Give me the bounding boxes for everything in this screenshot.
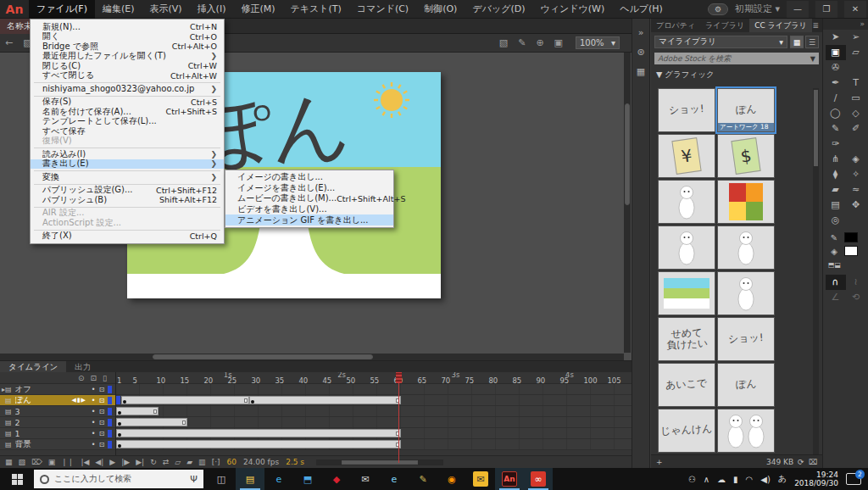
library-item[interactable]: ショッ!	[717, 317, 775, 361]
menu-item[interactable]: 終了(X)Ctrl+Q	[31, 231, 224, 242]
library-item[interactable]	[658, 226, 715, 270]
menu-item[interactable]: ビデオを書き出し(V)...	[225, 204, 393, 215]
add-camera-icon[interactable]: ▣	[48, 458, 56, 466]
play-icon[interactable]: ▶	[109, 458, 115, 466]
layer-lock-icon[interactable]: ⊡	[97, 441, 106, 448]
menu-item[interactable]: パブリッシュ(B)Shift+Alt+F12	[31, 195, 224, 205]
layer-row[interactable]: ▸▤オフ•⊡	[0, 384, 115, 395]
onedrive-icon[interactable]: ☁	[717, 475, 726, 484]
free-transform-tool[interactable]: ▣	[826, 45, 846, 60]
swap-colors-button[interactable]: ⬒⬓	[828, 261, 841, 269]
grid-view-icon[interactable]: ▦	[790, 36, 804, 48]
pen-tool[interactable]: ✒	[826, 75, 846, 91]
layer-row[interactable]: ▤3•⊡	[0, 406, 115, 417]
back-arrow-icon[interactable]: ←	[0, 37, 18, 48]
menubar-item[interactable]: テキスト(T)	[283, 0, 349, 19]
oval-tool[interactable]: ◯	[826, 106, 846, 121]
polystar-tool[interactable]: ◇	[846, 106, 866, 121]
color-panel-icon[interactable]: ⊛	[632, 47, 649, 58]
menu-item[interactable]: nishiyama_shogo0323@yahoo.co.jp❯	[31, 84, 224, 94]
close-button[interactable]: ✕	[844, 1, 866, 18]
minimize-button[interactable]: —	[787, 1, 809, 18]
timeline-ruler[interactable]: 1s2s3s4s15101520253035404550556065707580…	[116, 372, 632, 384]
art-app-icon[interactable]: ✎	[409, 468, 437, 490]
menu-item[interactable]: イメージの書き出し...	[225, 172, 393, 183]
frame-span[interactable]	[116, 429, 401, 437]
bone-tool[interactable]: ⋔	[826, 152, 846, 167]
edit-multiple-frames-icon[interactable]: ▥	[198, 458, 206, 466]
menubar-item[interactable]: 修正(M)	[233, 0, 282, 19]
workspace-switcher[interactable]: 初期設定 ▾	[735, 3, 780, 15]
paint-bucket-tool[interactable]: ◈	[846, 152, 866, 167]
eye-icon[interactable]: ⊙	[78, 374, 85, 382]
layer-lock-icon[interactable]: ⊡	[97, 419, 106, 426]
menu-item[interactable]: 変換❯	[31, 172, 224, 182]
pause-icon[interactable]: ❘❘	[61, 458, 74, 466]
step-back-icon[interactable]: ◀|	[95, 458, 103, 466]
trash-icon[interactable]: ⌧	[809, 458, 817, 466]
yellow-app-icon[interactable]: ✉	[466, 468, 495, 490]
menubar-item[interactable]: 制御(O)	[416, 0, 465, 19]
outline-icon[interactable]: ▯	[103, 374, 107, 382]
library-scrollbar[interactable]	[813, 88, 819, 468]
paint-brush-tool[interactable]: ✐	[846, 121, 866, 136]
text-tool[interactable]: T	[846, 75, 866, 91]
menu-item[interactable]: イメージを書き出し(E)...	[225, 183, 393, 194]
playhead[interactable]	[398, 372, 399, 463]
selection-tool[interactable]: ➤	[826, 30, 846, 45]
microphone-icon[interactable]: Ψ	[190, 474, 198, 485]
clock[interactable]: 19:242018/09/30	[794, 471, 838, 488]
onion-skin-markers[interactable]: ◀▮▶	[71, 397, 86, 404]
menubar-item[interactable]: 表示(V)	[142, 0, 190, 19]
firefox-icon[interactable]: ◉	[437, 468, 466, 490]
action-center-icon[interactable]: 2	[846, 473, 861, 485]
clip-bounds-icon[interactable]: ▣	[549, 37, 568, 48]
list-view-icon[interactable]: ☰	[805, 36, 819, 48]
wifi-icon[interactable]: ◠	[746, 475, 754, 484]
layer-visibility-dot[interactable]: •	[89, 441, 97, 448]
layer-row[interactable]: ▤ぽん◀▮▶•⊡	[0, 395, 115, 406]
library-tab-プロパティ[interactable]: プロパティ	[651, 19, 700, 32]
fill-color-swatch[interactable]	[844, 246, 858, 256]
layer-row[interactable]: ▤2•⊡	[0, 417, 115, 428]
menubar-item[interactable]: デバッグ(D)	[465, 0, 532, 19]
collapse-panels-icon[interactable]: »	[632, 27, 649, 38]
layer-name[interactable]: 2	[15, 418, 89, 427]
menubar-item[interactable]: 挿入(I)	[190, 0, 234, 19]
timeline-tab-出力[interactable]: 出力	[66, 361, 99, 372]
frame-span[interactable]	[121, 396, 249, 404]
delete-layer-icon[interactable]: ⌦	[31, 458, 42, 466]
modify-markers-icon[interactable]: [·]	[212, 458, 220, 466]
lock-icon[interactable]: ⊡	[91, 374, 97, 382]
library-item[interactable]: あいこで	[658, 363, 715, 407]
library-item[interactable]	[717, 271, 775, 315]
mail-icon[interactable]: ✉	[351, 468, 380, 490]
edge-icon[interactable]: e	[264, 468, 293, 490]
edit-symbols-icon[interactable]: ✎	[513, 37, 531, 48]
menu-item[interactable]: アニメーション GIF を書き出し...	[225, 214, 393, 226]
layer-name[interactable]: ぽん	[15, 395, 72, 406]
library-item[interactable]: ¥	[658, 134, 715, 178]
layer-row[interactable]: ▤1•⊡	[0, 428, 115, 439]
panel-menu-icon[interactable]: ≣	[812, 19, 822, 32]
layer-visibility-dot[interactable]: •	[89, 397, 97, 404]
clapperboard-icon[interactable]: ▧	[494, 37, 513, 48]
library-select-dropdown[interactable]: マイライブラリ▾	[654, 36, 787, 48]
eyedropper-tool[interactable]: ✧	[846, 167, 866, 182]
timeline-tab-タイムライン[interactable]: タイムライン	[0, 361, 66, 372]
sync-icon[interactable]: ⟳	[798, 458, 804, 466]
camera-tool[interactable]: ▤	[826, 198, 846, 213]
layer-visibility-dot[interactable]: •	[89, 386, 97, 393]
layer-lock-icon[interactable]: ⊡	[97, 397, 106, 404]
hand-tool[interactable]: ✥	[846, 198, 866, 213]
layer-outline-color-swatch[interactable]	[108, 419, 112, 426]
brush-tool[interactable]: ✑	[826, 136, 846, 152]
layer-row[interactable]: ▤背景•⊡	[0, 439, 115, 450]
menu-item[interactable]: 書き出し(E)❯	[31, 159, 224, 170]
onion-skin-icon[interactable]: ▱	[175, 458, 181, 466]
lasso-tool[interactable]: ✇	[826, 60, 846, 75]
start-button[interactable]	[0, 468, 34, 490]
fps-indicator[interactable]: 24.00 fps	[243, 458, 279, 466]
zoom-level-select[interactable]: 100%▾	[576, 36, 620, 49]
layer-outline-color-swatch[interactable]	[108, 386, 112, 393]
